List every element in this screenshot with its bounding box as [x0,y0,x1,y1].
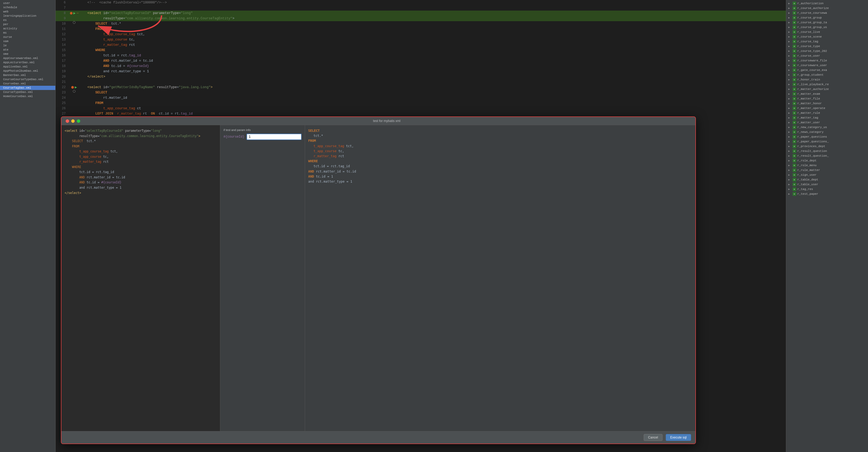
sidebar-item-learningapp[interactable]: learningApplication [0,14,55,18]
line-content-26: t_app_course_tag ct [80,106,786,111]
tree-arrow-icon: ▶ [788,59,792,62]
tree-item-r-course-coursewa[interactable]: ▶ ≡ r_course_coursewa [786,10,868,15]
dialog-close-button[interactable] [66,119,69,123]
tree-item-r-matter-rule[interactable]: ▶ ≡ r_matter_rule [786,110,868,116]
sidebar-item-ome[interactable]: ome [0,52,55,56]
sidebar-item-banner[interactable]: BannerDao.xml [0,73,55,77]
tree-label: r_course_authorize [797,7,829,10]
tree-item-r-course-live[interactable]: ▶ ≡ r_course_live [786,30,868,34]
tree-item-r-courseware-user[interactable]: ▶ ≡ r_courseware_user [786,63,868,68]
tree-item-r-matter-tag[interactable]: ▶ ≡ r_matter_tag [786,116,868,120]
tree-item-r-course-user[interactable]: ▶ ≡ r_course_user [786,54,868,58]
line-num-14: 14 [56,42,69,47]
sidebar-item-appcourseware[interactable]: AppCoursewareDao.xml [0,56,55,60]
tree-label: r_matter_exam [797,92,820,96]
sidebar-item-appphoto[interactable]: AppPhotoAlbumDao.xml [0,69,55,73]
tree-item-r-course-type[interactable]: ▶ ≡ r_course_type [786,44,868,49]
code-line-9: 9 resultType="com.allianity.common.learn… [56,16,786,21]
breakpoint-icon-22[interactable] [71,86,74,89]
param-input-courseid[interactable] [247,134,302,140]
debug-run-icon[interactable]: ▶ [73,10,75,16]
tree-item-r-matter-file[interactable]: ▶ ≡ r_matter_file [786,96,868,101]
tree-item-r-role-menu[interactable]: ▶ ≡ r_role_menu [786,163,868,168]
result-line-w3: AND tc.id = 1 [308,174,692,179]
result-line-w1: tct.id = rct.tag_id [308,164,692,169]
tree-item-r-matter-honor[interactable]: ▶ ≡ r_matter_honor [786,101,868,106]
tree-arrow-icon: ▶ [788,26,792,29]
tree-item-r-honor-train[interactable]: ▶ ≡ r_honor_train [786,77,868,82]
code-line-23: 23 SELECT [56,90,786,95]
table-icon: ≡ [793,21,796,24]
tree-item-r-group-student[interactable]: ▶ ≡ r_group_student [786,72,868,77]
tree-item-r-matter-authorize[interactable]: ▶ ≡ r_matter_authorize [786,87,868,92]
dialog-minimize-button[interactable] [71,119,75,123]
dialog-params-panel: if test and param info #{courseId} [220,125,305,431]
sidebar-item-applecturer[interactable]: AppLecturerDao.xml [0,60,55,65]
tree-item-r-sign-user[interactable]: ▶ ≡ r_sign_user [786,172,868,177]
table-icon: ≡ [793,2,796,5]
tree-arrow-icon: ▶ [788,111,792,115]
tree-item-r-matter-user[interactable]: ▶ ≡ r_matter_user [786,120,868,125]
sidebar-item-homecourse[interactable]: HomeCourseDao.xml [0,94,55,98]
tree-item-r-authorization[interactable]: ▶ ≡ r_authorization [786,1,868,6]
tree-item-r-table-user[interactable]: ▶ ≡ r_table_user [786,182,868,187]
dialog-maximize-button[interactable] [77,119,80,123]
tree-item-r-course-tag[interactable]: ▶ ≡ r_course_tag [786,39,868,44]
tree-label: r_course_type_202 [797,50,827,53]
tree-item-r-tag-res[interactable]: ▶ ≡ r_tag_res [786,187,868,192]
tree-item-r-live-playback[interactable]: ▶ ≡ r_live_playback_re [786,82,868,87]
tree-item-r-course-authorize[interactable]: ▶ ≡ r_course_authorize [786,6,868,10]
step-arrow-icon[interactable]: → [76,10,79,16]
tree-item-r-matter-operate[interactable]: ▶ ≡ r_matter_operate [786,106,868,110]
sidebar-item-ourse[interactable]: ourse [0,35,55,39]
tree-item-r-course-group-ta[interactable]: ▶ ≡ r_course_group_ta [786,20,868,25]
tree-item-r-new-category-us[interactable]: ▶ ≡ r_new_category_us [786,125,868,130]
tree-item-r-result-question2[interactable]: ▶ ≡ r_result_question_ [786,154,868,158]
table-icon: ≡ [793,159,796,162]
tree-item-r-paper-questions2[interactable]: ▶ ≡ r_paper_questions_ [786,139,868,144]
sidebar-item-activity[interactable]: activity [0,27,55,31]
tree-label: r_matter_authorize [797,88,829,91]
tree-item-r-course-group[interactable]: ▶ ≡ r_course_group [786,15,868,20]
tree-item-r-provinces-dept[interactable]: ▶ ≡ r_provinces_dept [786,144,868,149]
sidebar-item-course[interactable]: CourseDao.xml [0,82,55,86]
sidebar-item-coursecoursetype[interactable]: CourseCourseTypeDao.xml [0,77,55,82]
params-section-title: if test and param info [223,128,302,131]
sidebar-item-schedule[interactable]: schedule [0,5,55,9]
sidebar-item-web[interactable]: web [0,9,55,14]
sidebar-item-coursetag[interactable]: CourseTagDao.xml [0,86,55,90]
tree-label: r_course_group [797,16,822,19]
code-line-11: 11 FROM [56,27,786,32]
sidebar-item-per[interactable]: per [0,22,55,27]
tree-item-r-table-dept[interactable]: ▶ ≡ r_table_dept [786,177,868,182]
debug-run-icon-22[interactable]: ▶ [75,85,77,90]
sidebar-item-le[interactable]: le [0,43,55,47]
tree-item-r-news-category[interactable]: ▶ ≡ r_news_category [786,130,868,134]
tree-item-r-course-type-202[interactable]: ▶ ≡ r_course_type_202 [786,49,868,54]
sidebar-item-coursetype[interactable]: CourseTypeDao.xml [0,90,55,94]
breakpoint-icon[interactable] [70,12,72,14]
tree-item-r-gate-course-exa[interactable]: ▶ ≡ r_gate_course_exa [786,68,868,72]
sidebar-item-ate[interactable]: ate [0,47,55,52]
tree-item-r-test-paper[interactable]: ▶ ≡ r_test_paper [786,192,868,196]
sidebar-item-applive[interactable]: AppliveDao.xml [0,65,55,69]
cancel-button[interactable]: Cancel [644,434,662,441]
sidebar-item-xam[interactable]: xam [0,39,55,43]
tree-item-r-course-scene[interactable]: ▶ ≡ r_course_scene [786,34,868,39]
tree-item-r-result-question[interactable]: ▶ ≡ r_result_question [786,149,868,154]
line-content-19: and rct.matter_type = 1 [80,69,786,74]
sidebar-item-ms[interactable]: ms [0,31,55,35]
dialog-title: test for mybatis xml [82,119,691,123]
code-line-15: 15 WHERE [56,47,786,53]
line-num-16: 16 [56,53,69,58]
sidebar-item-user[interactable]: user [0,1,55,5]
tree-item-r-matter-exam[interactable]: ▶ ≡ r_matter_exam [786,92,868,96]
tree-item-r-courseware-file[interactable]: ▶ ≡ r_courseware_file [786,58,868,63]
tree-item-r-course-group-us[interactable]: ▶ ≡ r_course_group_us [786,25,868,30]
tree-item-r-paper-questions[interactable]: ▶ ≡ r_paper_questions [786,134,868,139]
tree-item-r-rule-matter[interactable]: ▶ ≡ r_rule_matter [786,168,868,172]
execute-sql-button[interactable]: Execute sql [666,434,691,441]
sidebar-item-es[interactable]: es [0,18,55,22]
tree-item-r-role-dept[interactable]: ▶ ≡ r_role_dept [786,158,868,163]
gutter-23 [69,90,80,93]
